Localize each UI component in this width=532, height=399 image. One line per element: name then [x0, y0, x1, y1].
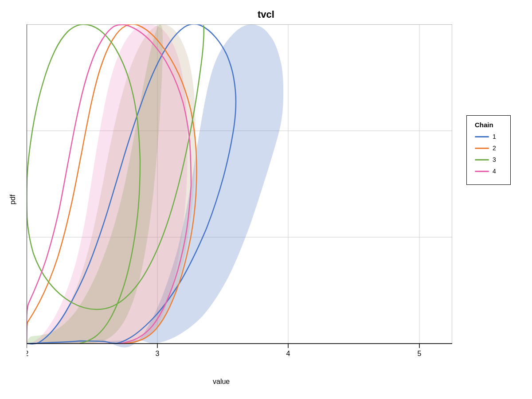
- legend-label-4: 4: [493, 168, 496, 175]
- legend-item-4: 4: [475, 168, 502, 175]
- x-tick-2: 2: [27, 350, 29, 357]
- legend-line-1: [475, 136, 489, 137]
- legend-item-2: 2: [475, 145, 502, 152]
- plot-area: 2 3 4 5 0.0 0.5 1.0 1.5: [27, 24, 452, 370]
- chart-container: tvcl pdf value: [0, 0, 532, 399]
- y-axis-label: pdf: [9, 195, 17, 204]
- legend-line-2: [475, 148, 489, 149]
- chart-title: tvcl: [258, 9, 274, 20]
- legend-label-3: 3: [493, 156, 496, 163]
- legend: Chain 1 2 3 4: [466, 115, 511, 185]
- x-tick-4: 4: [286, 350, 290, 357]
- legend-line-3: [475, 159, 489, 160]
- legend-title: Chain: [475, 121, 502, 129]
- legend-line-4: [475, 171, 489, 172]
- legend-label-2: 2: [493, 145, 496, 152]
- legend-item-1: 1: [475, 133, 502, 140]
- legend-item-3: 3: [475, 156, 502, 163]
- x-tick-5: 5: [418, 350, 422, 357]
- x-tick-3: 3: [156, 350, 160, 357]
- legend-label-1: 1: [493, 133, 496, 140]
- x-axis-label: value: [213, 378, 230, 386]
